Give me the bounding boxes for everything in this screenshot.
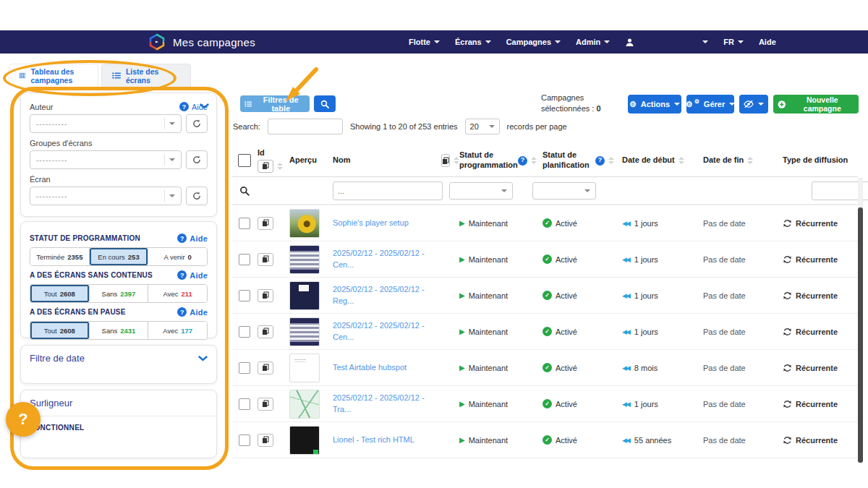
campaign-thumbnail[interactable] bbox=[289, 354, 320, 382]
toggle-terminee[interactable]: Terminée2355 bbox=[30, 248, 90, 265]
tab-screens-list[interactable]: Liste des écrans bbox=[101, 64, 191, 87]
manage-button[interactable]: ⚙⚙ Gérer bbox=[686, 95, 734, 114]
campaign-thumbnail[interactable] bbox=[289, 317, 320, 346]
sort-control[interactable] bbox=[747, 157, 753, 164]
nav-help[interactable]: Aide bbox=[759, 38, 776, 46]
row-checkbox[interactable] bbox=[239, 290, 250, 301]
screen-groups-refresh-button[interactable] bbox=[186, 150, 208, 169]
copy-icon bbox=[262, 328, 269, 335]
toggle-sans[interactable]: Sans2397 bbox=[90, 285, 149, 302]
table-filters-button[interactable]: Filtres de table bbox=[240, 95, 310, 112]
table-search-button[interactable] bbox=[314, 95, 336, 112]
recurring-icon bbox=[783, 255, 792, 264]
row-checkbox[interactable] bbox=[239, 362, 250, 374]
copy-all-ids-button[interactable] bbox=[258, 160, 273, 173]
new-campaign-button[interactable]: Nouvelle campagne bbox=[773, 95, 859, 114]
header-planning-status: Statut de planification bbox=[542, 150, 593, 171]
copy-id-button[interactable] bbox=[258, 253, 273, 266]
copy-icon bbox=[262, 291, 269, 299]
nav-admin[interactable]: Admin bbox=[576, 38, 610, 46]
table-row: Lionel - Test rich HTML ▶Maintenant ✓Act… bbox=[231, 422, 858, 458]
copy-id-button[interactable] bbox=[258, 289, 273, 302]
campaign-name-link[interactable]: 2025/02/12 - 2025/02/12 - Cen... bbox=[333, 248, 441, 271]
nav-campagnes[interactable]: Campagnes bbox=[506, 38, 561, 46]
nav-ecrans[interactable]: Écrans bbox=[455, 38, 491, 46]
toggle-tout[interactable]: Tout2608 bbox=[30, 322, 90, 339]
help-icon[interactable]: ? bbox=[595, 156, 605, 166]
user-menu[interactable] bbox=[625, 38, 634, 47]
screen-refresh-button[interactable] bbox=[186, 187, 208, 205]
scrollbar-thumb[interactable] bbox=[858, 207, 863, 463]
page-size-select[interactable]: 20 bbox=[465, 119, 500, 134]
chevron-down-icon[interactable] bbox=[702, 40, 708, 43]
copy-id-button[interactable] bbox=[258, 398, 273, 411]
help-icon[interactable]: ? bbox=[518, 156, 527, 166]
play-icon: ▶ bbox=[459, 436, 465, 444]
toggle-sans[interactable]: Sans2431 bbox=[90, 322, 149, 339]
programming-status: Maintenant bbox=[469, 436, 508, 445]
nav-flotte[interactable]: Flotte bbox=[409, 38, 440, 46]
copy-all-names-button[interactable] bbox=[441, 154, 450, 167]
row-checkbox[interactable] bbox=[239, 326, 250, 338]
toggle-a-venir[interactable]: A venir0 bbox=[148, 248, 207, 265]
campaign-name-link[interactable]: 2025/02/12 - 2025/02/12 - Cen... bbox=[333, 320, 441, 343]
campaign-thumbnail[interactable] bbox=[289, 390, 320, 419]
screen-groups-select[interactable]: ---------- bbox=[30, 150, 182, 169]
campaign-name-link[interactable]: Test Airtable hubspot bbox=[333, 362, 441, 374]
toggle-tout[interactable]: Tout2608 bbox=[30, 285, 90, 302]
author-select[interactable]: ---------- bbox=[30, 114, 182, 133]
copy-id-button[interactable] bbox=[258, 217, 273, 230]
campaign-name-link[interactable]: 2025/02/12 - 2025/02/12 - Reg... bbox=[333, 284, 441, 307]
programming-status-filter-select[interactable] bbox=[449, 182, 513, 200]
campaign-thumbnail[interactable] bbox=[289, 426, 320, 455]
row-checkbox[interactable] bbox=[239, 218, 250, 229]
actions-button[interactable]: ⚙ Actions bbox=[628, 95, 681, 114]
toggle-en-cours[interactable]: En cours253 bbox=[90, 248, 149, 265]
tab-label: Liste des écrans bbox=[126, 67, 180, 85]
visibility-button[interactable] bbox=[739, 95, 768, 114]
tab-campaigns-table[interactable]: Tableau des campagnes bbox=[9, 64, 98, 87]
screens-paused-help-link[interactable]: ?Aide bbox=[177, 307, 208, 317]
sidebar-filters-card: Auteur ?Aide ---------- Groupes d'écrans… bbox=[20, 93, 217, 217]
sidebar-date-filter-card[interactable]: Filtre de date bbox=[20, 345, 217, 384]
start-date: 55 années bbox=[634, 436, 671, 445]
copy-id-button[interactable] bbox=[258, 361, 273, 374]
sort-control[interactable] bbox=[531, 157, 537, 164]
campaign-name-link[interactable]: Sophie's player setup bbox=[333, 218, 441, 229]
toggle-avec[interactable]: Avec211 bbox=[148, 285, 207, 302]
chevron-down-icon[interactable] bbox=[198, 356, 208, 361]
row-checkbox[interactable] bbox=[239, 435, 250, 446]
author-refresh-button[interactable] bbox=[186, 114, 208, 133]
planning-status: Activé bbox=[556, 291, 577, 300]
copy-id-button[interactable] bbox=[258, 325, 273, 338]
planning-status-filter-select[interactable] bbox=[532, 182, 596, 200]
select-all-checkbox[interactable] bbox=[238, 154, 251, 167]
row-checkbox[interactable] bbox=[239, 398, 250, 410]
programming-status-help-link[interactable]: ?Aide bbox=[177, 234, 208, 243]
planning-status: Activé bbox=[556, 400, 577, 408]
nav-language[interactable]: FR bbox=[723, 38, 744, 46]
sort-control[interactable] bbox=[277, 163, 283, 170]
screen-select[interactable]: ---------- bbox=[30, 187, 182, 205]
sort-control[interactable] bbox=[454, 157, 459, 164]
campaign-thumbnail[interactable] bbox=[289, 281, 320, 310]
row-checkbox[interactable] bbox=[239, 254, 250, 265]
campaign-name-link[interactable]: 2025/02/12 - 2025/02/12 - Tra... bbox=[333, 393, 441, 416]
toggle-avec[interactable]: Avec177 bbox=[148, 322, 207, 339]
help-icon: ? bbox=[179, 102, 189, 111]
collapse-chevron-icon[interactable] bbox=[200, 99, 209, 112]
search-input[interactable] bbox=[268, 119, 343, 134]
floating-help-button[interactable]: ? bbox=[6, 402, 41, 437]
campaign-thumbnail[interactable] bbox=[289, 209, 320, 238]
search-label: Search: bbox=[233, 122, 260, 131]
programming-status: Maintenant bbox=[469, 400, 508, 408]
campaign-thumbnail[interactable] bbox=[289, 245, 320, 274]
name-filter-input[interactable] bbox=[333, 181, 443, 200]
campaign-name-link[interactable]: Lionel - Test rich HTML bbox=[333, 435, 441, 446]
list-icon bbox=[112, 72, 121, 80]
sort-control[interactable] bbox=[608, 157, 614, 164]
screens-no-content-help-link[interactable]: ?Aide bbox=[177, 270, 208, 280]
copy-id-button[interactable] bbox=[258, 434, 273, 447]
sort-control[interactable] bbox=[678, 157, 684, 164]
app-logo-icon bbox=[148, 33, 166, 51]
